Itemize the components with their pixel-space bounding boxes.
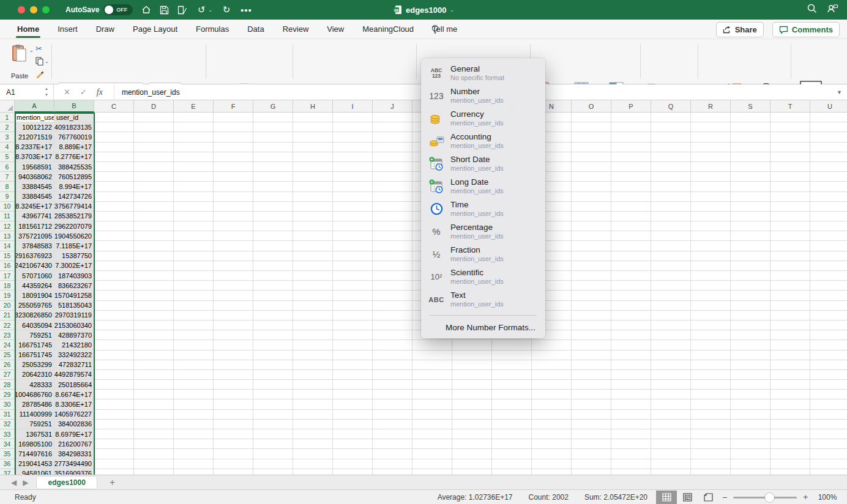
cell-B21[interactable]: 2970319119 bbox=[54, 311, 94, 321]
cell-H8[interactable] bbox=[293, 182, 333, 191]
cell-J21[interactable] bbox=[373, 311, 412, 321]
cell-H19[interactable] bbox=[293, 291, 333, 300]
cell-S32[interactable] bbox=[731, 420, 771, 429]
cell-N34[interactable] bbox=[532, 439, 572, 449]
column-header-I[interactable]: I bbox=[333, 100, 373, 113]
cell-J15[interactable] bbox=[373, 251, 412, 261]
format-option-short-date[interactable]: Short Datemention_user_ids bbox=[421, 152, 545, 175]
row-header-1[interactable]: 1 bbox=[0, 113, 15, 122]
cell-M30[interactable] bbox=[492, 399, 532, 409]
cell-I33[interactable] bbox=[333, 429, 373, 439]
cell-T2[interactable] bbox=[771, 122, 810, 132]
cell-U34[interactable] bbox=[810, 439, 847, 449]
cell-A26[interactable]: 25053299 bbox=[15, 360, 54, 370]
cell-F29[interactable] bbox=[214, 390, 253, 399]
cell-R37[interactable] bbox=[691, 469, 731, 475]
cell-G1[interactable] bbox=[253, 113, 293, 122]
cell-U28[interactable] bbox=[810, 380, 847, 390]
cell-A11[interactable]: 43967741 bbox=[15, 212, 54, 221]
cell-R13[interactable] bbox=[691, 231, 731, 241]
cell-Q19[interactable] bbox=[651, 291, 691, 300]
cell-E5[interactable] bbox=[174, 152, 214, 162]
cell-U5[interactable] bbox=[810, 152, 847, 162]
cell-B3[interactable]: 767760019 bbox=[54, 132, 94, 142]
cell-G37[interactable] bbox=[253, 469, 293, 475]
cell-H1[interactable] bbox=[293, 113, 333, 122]
cell-O18[interactable] bbox=[572, 281, 611, 291]
cell-R27[interactable] bbox=[691, 370, 731, 380]
cell-G10[interactable] bbox=[253, 202, 293, 212]
cell-Q10[interactable] bbox=[651, 202, 691, 212]
cell-I19[interactable] bbox=[333, 291, 373, 300]
cell-I1[interactable] bbox=[333, 113, 373, 122]
cell-C33[interactable] bbox=[94, 429, 134, 439]
cell-O20[interactable] bbox=[572, 301, 611, 311]
cell-A6[interactable]: 19568591 bbox=[15, 162, 54, 172]
cell-P34[interactable] bbox=[611, 439, 651, 449]
cell-Q8[interactable] bbox=[651, 182, 691, 191]
cell-C1[interactable] bbox=[94, 113, 134, 122]
cell-Q14[interactable] bbox=[651, 241, 691, 251]
cell-I20[interactable] bbox=[333, 301, 373, 311]
cell-Q6[interactable] bbox=[651, 162, 691, 172]
cell-S10[interactable] bbox=[731, 202, 771, 212]
tab-insert[interactable]: Insert bbox=[56, 20, 79, 39]
cell-R22[interactable] bbox=[691, 321, 731, 330]
cell-P16[interactable] bbox=[611, 261, 651, 271]
cell-E3[interactable] bbox=[174, 132, 214, 142]
cell-P18[interactable] bbox=[611, 281, 651, 291]
cell-I4[interactable] bbox=[333, 143, 373, 152]
cell-S24[interactable] bbox=[731, 340, 771, 350]
cell-A34[interactable]: 169805100 bbox=[15, 439, 54, 449]
cell-R34[interactable] bbox=[691, 439, 731, 449]
cell-A37[interactable]: 94581061 bbox=[15, 469, 54, 475]
cell-Q13[interactable] bbox=[651, 231, 691, 241]
cell-B13[interactable]: 1904550620 bbox=[54, 231, 94, 241]
cell-I17[interactable] bbox=[333, 271, 373, 281]
row-header-27[interactable]: 27 bbox=[0, 370, 15, 380]
cell-N35[interactable] bbox=[532, 449, 572, 459]
cell-A13[interactable]: 375721095 bbox=[15, 231, 54, 241]
cell-E19[interactable] bbox=[174, 291, 214, 300]
cell-B33[interactable]: 8.6979E+17 bbox=[54, 429, 94, 439]
cell-D17[interactable] bbox=[134, 271, 174, 281]
cell-I36[interactable] bbox=[333, 459, 373, 469]
cell-D32[interactable] bbox=[134, 420, 174, 429]
comments-button[interactable]: Comments bbox=[772, 22, 840, 37]
cell-U24[interactable] bbox=[810, 340, 847, 350]
row-header-3[interactable]: 3 bbox=[0, 132, 15, 142]
cell-P23[interactable] bbox=[611, 330, 651, 340]
cell-C13[interactable] bbox=[94, 231, 134, 241]
cell-H24[interactable] bbox=[293, 340, 333, 350]
cell-S33[interactable] bbox=[731, 429, 771, 439]
cell-U12[interactable] bbox=[810, 221, 847, 231]
redo-icon[interactable]: ↻ bbox=[221, 4, 232, 15]
cell-G12[interactable] bbox=[253, 221, 293, 231]
cell-B17[interactable]: 187403903 bbox=[54, 271, 94, 281]
cell-E24[interactable] bbox=[174, 340, 214, 350]
cell-R5[interactable] bbox=[691, 152, 731, 162]
cell-A10[interactable]: 8.3245E+17 bbox=[15, 202, 54, 212]
cell-I2[interactable] bbox=[333, 122, 373, 132]
cell-A17[interactable]: 57071060 bbox=[15, 271, 54, 281]
cell-T28[interactable] bbox=[771, 380, 810, 390]
cell-J24[interactable] bbox=[373, 340, 412, 350]
cell-R18[interactable] bbox=[691, 281, 731, 291]
cell-P9[interactable] bbox=[611, 192, 651, 202]
save-as-icon[interactable] bbox=[177, 6, 187, 15]
cell-B28[interactable]: 250185664 bbox=[54, 380, 94, 390]
cell-S5[interactable] bbox=[731, 152, 771, 162]
cell-S13[interactable] bbox=[731, 231, 771, 241]
cell-O8[interactable] bbox=[572, 182, 611, 191]
cell-G28[interactable] bbox=[253, 380, 293, 390]
cell-D10[interactable] bbox=[134, 202, 174, 212]
cell-G8[interactable] bbox=[253, 182, 293, 191]
cell-P17[interactable] bbox=[611, 271, 651, 281]
cell-G20[interactable] bbox=[253, 301, 293, 311]
cell-A28[interactable]: 428333 bbox=[15, 380, 54, 390]
cell-S34[interactable] bbox=[731, 439, 771, 449]
cell-K25[interactable] bbox=[412, 350, 452, 360]
cell-M31[interactable] bbox=[492, 410, 532, 420]
cell-A2[interactable]: 10012122 bbox=[15, 122, 54, 132]
cell-J5[interactable] bbox=[373, 152, 412, 162]
